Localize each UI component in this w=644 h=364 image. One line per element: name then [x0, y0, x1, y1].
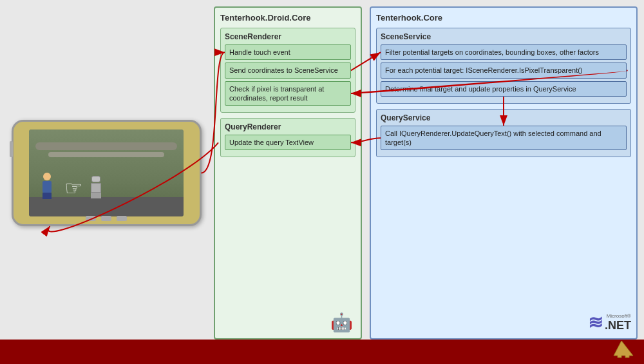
main-content: ☞ Tenterhook.Droid.Core SceneRenderer Ha…: [6, 6, 638, 340]
action-check-pixel: Check if pixel is transparent at coordin…: [225, 81, 351, 106]
core-title: Tenterhook.Core: [376, 13, 631, 23]
tenterhook-logo: [609, 340, 634, 361]
action-update-query: Update the query TextView: [225, 135, 351, 150]
scene-background: ☞: [29, 129, 184, 216]
droid-core-title: Tenterhook.Droid.Core: [220, 13, 355, 23]
robot-body: [91, 183, 101, 193]
scene-renderer-title: SceneRenderer: [225, 32, 351, 41]
android-logo-icon: 🤖: [330, 312, 353, 333]
dotnet-symbol: ≋: [588, 312, 603, 333]
phone-container: ☞: [6, 6, 206, 340]
robot-head: [91, 176, 100, 182]
microsoft-label: Microsoft®: [605, 313, 631, 319]
dotnet-text: .NET: [605, 319, 631, 332]
figure-head: [43, 173, 51, 180]
query-service-box: QueryService Call IQueryRenderer.UpdateQ…: [376, 109, 631, 158]
service-action-determine: Determine final target and update proper…: [381, 81, 627, 97]
robot-legs: [91, 193, 101, 198]
scene-human-figure: [42, 173, 52, 198]
phone-btn-1: [86, 216, 96, 221]
phone-button-bar: [86, 216, 127, 221]
phone-btn-3: [117, 216, 127, 221]
phone-side-button: [10, 141, 13, 157]
dotnet-logo: ≋ Microsoft® .NET: [588, 312, 631, 333]
bottom-bar: [0, 340, 644, 364]
service-action-call-query: Call IQueryRenderer.UpdateQueryText() wi…: [381, 126, 627, 151]
action-send-coordinates: Send coordinates to SceneService: [225, 62, 351, 78]
scene-robot: [90, 176, 102, 198]
diagram-wrapper: ☞ Tenterhook.Droid.Core SceneRenderer Ha…: [6, 6, 638, 340]
query-service-title: QueryService: [381, 113, 627, 122]
query-renderer-box: QueryRenderer Update the query TextView: [220, 118, 355, 157]
scene-renderer-box: SceneRenderer Handle touch event Send co…: [220, 28, 355, 113]
figure-body: [43, 181, 52, 193]
action-handle-touch: Handle touch event: [225, 44, 351, 60]
droid-core-box: Tenterhook.Droid.Core SceneRenderer Hand…: [214, 6, 362, 340]
phone-btn-2: [101, 216, 111, 221]
phone-screen: ☞: [29, 129, 184, 216]
scene-service-box: SceneService Filter potential targets on…: [376, 28, 631, 104]
service-action-each-target: For each potential target: ISceneRendere…: [381, 62, 627, 78]
scene-pipe-1: [35, 142, 177, 150]
scene-floor: [29, 197, 184, 216]
phone-device: ☞: [12, 120, 202, 226]
scene-service-title: SceneService: [381, 32, 627, 41]
core-box: Tenterhook.Core SceneService Filter pote…: [370, 6, 638, 340]
query-renderer-title: QueryRenderer: [225, 122, 351, 131]
scene-pipe-2: [48, 152, 164, 157]
touch-cursor-icon: ☞: [64, 176, 83, 200]
service-action-filter: Filter potential targets on coordinates,…: [381, 44, 627, 60]
figure-legs: [43, 193, 52, 199]
